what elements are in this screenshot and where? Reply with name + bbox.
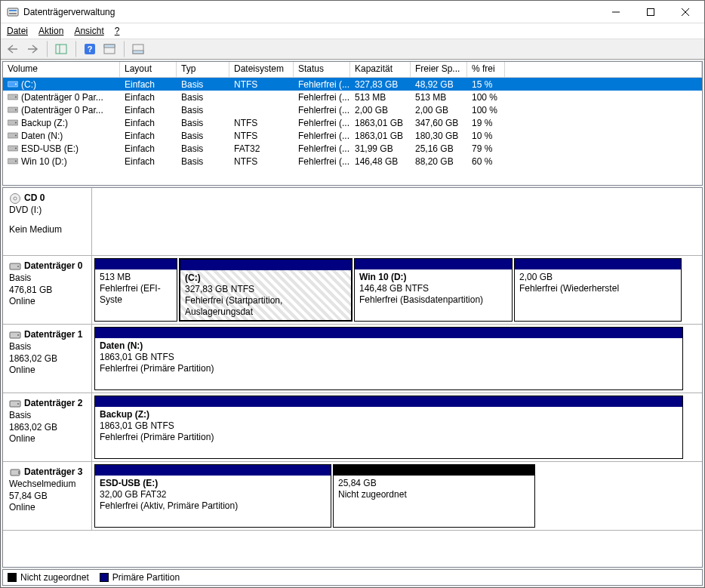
vol-type: Basis [177,131,229,141]
volume-row[interactable]: Backup (Z:)EinfachBasisNTFSFehlerfrei (.… [3,116,702,129]
col-free[interactable]: Freier Sp... [411,62,467,77]
partition-size: 327,83 GB NTFS [185,284,346,295]
partition[interactable]: Daten (N:)1863,01 GB NTFSFehlerfrei (Pri… [94,327,683,390]
disk-info[interactable]: Datenträger 0Basis476,81 GBOnline [3,256,92,324]
partition[interactable]: 2,00 GBFehlerfrei (Wiederherstel [514,258,682,322]
vol-layout: Einfach [120,79,177,90]
volume-row[interactable]: Win 10 (D:)EinfachBasisNTFSFehlerfrei (.… [3,155,702,168]
partition-size: 513 MB [100,272,172,283]
disk-info[interactable]: Datenträger 2Basis1863,02 GBOnline [3,393,92,461]
partition[interactable]: 513 MBFehlerfrei (EFI-Syste [94,258,177,322]
disk-row: Datenträger 1Basis1863,02 GBOnlineDaten … [3,325,702,393]
partition-bar [95,396,682,407]
vol-pct: 79 % [467,143,505,154]
disk-partitions: Backup (Z:)1863,01 GB NTFSFehlerfrei (Pr… [92,393,702,461]
partition[interactable]: ESD-USB (E:)32,00 GB FAT32Fehlerfrei (Ak… [94,464,331,528]
vol-free: 347,60 GB [411,118,467,128]
col-fs[interactable]: Dateisystem [229,62,294,77]
vol-layout: Einfach [120,143,177,154]
disk-graphical-pane[interactable]: CD 0DVD (I:)Kein MediumDatenträger 0Basi… [2,187,703,568]
partition-bar [355,259,512,269]
partition-info: Fehlerfrei (EFI-Syste [100,283,172,306]
partition-info: Fehlerfrei (Primäre Partition) [100,432,678,443]
menubar: Datei Aktion Ansicht ? [1,23,704,38]
disk-status: Online [9,433,85,445]
forward-button[interactable] [23,40,42,58]
back-button[interactable] [4,40,22,58]
disk-type: Basis [9,341,85,353]
volume-row[interactable]: ESD-USB (E:)EinfachBasisFAT32Fehlerfrei … [3,142,702,155]
vol-status: Fehlerfrei (... [294,118,350,128]
disk-name: Datenträger 1 [24,329,82,341]
disk-row: Datenträger 2Basis1863,02 GBOnlineBackup… [3,393,702,462]
svg-rect-12 [104,45,115,48]
help-button[interactable]: ? [81,40,99,58]
vol-type: Basis [177,143,229,154]
maximize-button[interactable] [633,1,668,23]
vol-layout: Einfach [120,131,177,141]
disk-info[interactable]: CD 0DVD (I:)Kein Medium [3,188,92,255]
col-volume[interactable]: Volume [3,62,120,77]
titlebar[interactable]: Datenträgerverwaltung [1,1,704,23]
menu-view[interactable]: Ansicht [74,26,103,36]
col-pct[interactable]: % frei [467,62,505,77]
disk-cap: 57,84 GB [9,491,85,503]
col-capacity[interactable]: Kapazität [350,62,411,77]
legend-primary-label: Primäre Partition [112,572,180,583]
vol-free: 25,16 GB [411,143,467,154]
partition-title: (C:) [185,272,346,284]
svg-point-30 [14,197,17,200]
vol-cap: 1863,01 GB [350,118,411,128]
legend-unalloc-box [8,573,17,582]
menu-file[interactable]: Datei [7,26,28,36]
vol-status: Fehlerfrei (... [294,92,350,103]
partition[interactable]: 25,84 GBNicht zugeordnet [333,464,535,528]
vol-layout: Einfach [120,156,177,167]
disk-name: Datenträger 0 [24,260,82,272]
disk-info[interactable]: Datenträger 1Basis1863,02 GBOnline [3,325,92,393]
window-title: Datenträgerverwaltung [23,7,599,17]
svg-text:?: ? [88,45,93,54]
show-hide-button[interactable] [52,40,70,58]
svg-point-22 [15,122,17,124]
view-bottom-button[interactable] [129,40,147,58]
close-button[interactable] [668,1,703,23]
vol-pct: 60 % [467,156,505,167]
disk-type: Basis [9,272,85,285]
partition-size: 146,48 GB NTFS [359,283,507,294]
menu-help[interactable]: ? [115,26,120,36]
vol-free: 88,20 GB [411,156,467,167]
partition-info: Fehlerfrei (Basisdatenpartition) [359,294,507,306]
vol-free: 2,00 GB [411,105,467,115]
vol-type: Basis [177,92,229,103]
volume-header-row: Volume Layout Typ Dateisystem Status Kap… [3,62,702,78]
volume-row[interactable]: (Datenträger 0 Par...EinfachBasisFehlerf… [3,91,702,103]
disk-status: Online [9,502,85,514]
disk-info[interactable]: Datenträger 3Wechselmedium57,84 GBOnline [3,462,92,530]
vol-fs: NTFS [229,79,294,90]
partition-title: Daten (N:) [100,340,678,352]
col-type[interactable]: Typ [177,62,229,77]
col-status[interactable]: Status [294,62,350,77]
volume-row[interactable]: (C:)EinfachBasisNTFSFehlerfrei (...327,8… [3,78,702,91]
svg-rect-1 [9,10,17,11]
col-layout[interactable]: Layout [120,62,177,77]
partition-bar [95,259,177,269]
separator [43,41,48,57]
partition[interactable]: (C:)327,83 GB NTFSFehlerfrei (Startparti… [179,258,352,322]
partition-title: Win 10 (D:) [359,272,507,283]
vol-name: (Datenträger 0 Par... [21,105,103,115]
minimize-button[interactable] [599,1,633,23]
vol-status: Fehlerfrei (... [294,105,350,115]
partition[interactable]: Backup (Z:)1863,01 GB NTFSFehlerfrei (Pr… [94,396,683,459]
volume-list-body[interactable]: (C:)EinfachBasisNTFSFehlerfrei (...327,8… [3,78,702,185]
view-top-button[interactable] [100,40,119,58]
partition-size: 1863,01 GB NTFS [100,352,678,363]
menu-action[interactable]: Aktion [38,26,63,36]
vol-type: Basis [177,156,229,167]
disk-type: Basis [9,410,85,422]
volume-row[interactable]: Daten (N:)EinfachBasisNTFSFehlerfrei (..… [3,129,702,142]
volume-row[interactable]: (Datenträger 0 Par...EinfachBasisFehlerf… [3,103,702,116]
partition[interactable]: Win 10 (D:)146,48 GB NTFSFehlerfrei (Bas… [354,258,513,322]
vol-cap: 1863,01 GB [350,131,411,141]
